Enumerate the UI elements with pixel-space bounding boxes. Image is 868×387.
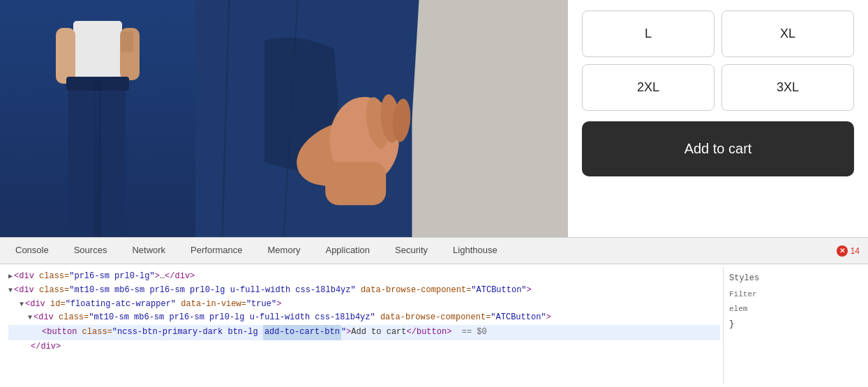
tab-sources[interactable]: Sources: [61, 239, 120, 262]
svg-rect-3: [121, 31, 133, 52]
pants-closeup: [195, 0, 568, 237]
error-count: 14: [851, 246, 860, 256]
expand-arrow-4[interactable]: ▼: [28, 312, 32, 324]
tab-network[interactable]: Network: [119, 239, 178, 262]
svg-rect-7: [94, 80, 101, 237]
product-section: L XL 2XL 3XL Add to cart: [0, 0, 868, 237]
html-line-6: </div>: [8, 340, 720, 354]
expand-arrow-1[interactable]: ▶: [8, 271, 13, 283]
styles-panel-title: Styles: [729, 270, 857, 287]
size-button-xl[interactable]: XL: [721, 10, 854, 57]
expand-arrow-2[interactable]: ▼: [8, 285, 13, 297]
person-silhouette-left: [35, 14, 160, 237]
size-panel: L XL 2XL 3XL Add to cart: [568, 0, 868, 237]
html-line-5-selected[interactable]: <button class="ncss-btn-primary-dark btn…: [8, 325, 720, 340]
tab-console[interactable]: Console: [3, 239, 61, 262]
html-panel: ▶ <div class="prl6-sm prl0-lg" > … </div…: [6, 267, 723, 384]
tab-performance[interactable]: Performance: [178, 239, 255, 262]
html-line-2: ▼ <div class="mt10-sm mb6-sm prl6-sm prl…: [8, 284, 720, 298]
svg-rect-10: [412, 0, 568, 237]
svg-rect-16: [325, 162, 386, 205]
devtools-panel: Console Sources Network Performance Memo…: [0, 237, 868, 387]
size-grid: L XL 2XL 3XL: [582, 10, 854, 111]
styles-panel: Styles Filter elem }: [723, 267, 862, 384]
tab-security[interactable]: Security: [382, 239, 440, 262]
svg-rect-0: [73, 21, 122, 84]
expand-arrow-3[interactable]: ▼: [20, 299, 24, 311]
error-dot: ✕: [837, 245, 848, 257]
svg-rect-4: [68, 80, 95, 237]
add-to-cart-button[interactable]: Add to cart: [582, 121, 854, 176]
size-button-3xl[interactable]: 3XL: [721, 64, 854, 111]
html-line-1: ▶ <div class="prl6-sm prl0-lg" > … </div…: [8, 270, 720, 284]
size-button-2xl[interactable]: 2XL: [582, 64, 714, 111]
tab-lighthouse[interactable]: Lighthouse: [440, 239, 510, 262]
error-badge: ✕ 14: [831, 245, 865, 257]
styles-filter-label: Filter: [729, 288, 857, 301]
styles-elem-label: elem: [729, 303, 857, 316]
highlighted-class: add-to-cart-btn: [263, 325, 341, 340]
product-image-right: [195, 0, 568, 237]
devtools-content: ▶ <div class="prl6-sm prl0-lg" > … </div…: [0, 264, 868, 387]
styles-closing-brace: }: [729, 317, 857, 331]
svg-rect-5: [99, 80, 126, 237]
html-line-3: ▼ <div id="floating-atc-wrapper" data-in…: [8, 298, 720, 312]
tab-memory[interactable]: Memory: [255, 239, 313, 262]
devtools-tabs: Console Sources Network Performance Memo…: [0, 238, 868, 264]
tab-application[interactable]: Application: [313, 239, 382, 262]
svg-rect-1: [56, 28, 75, 84]
product-image-left: [0, 0, 195, 237]
html-line-4: ▼ <div class="mt10-sm mb6-sm prl6-sm prl…: [8, 311, 720, 325]
size-button-l[interactable]: L: [582, 10, 714, 57]
